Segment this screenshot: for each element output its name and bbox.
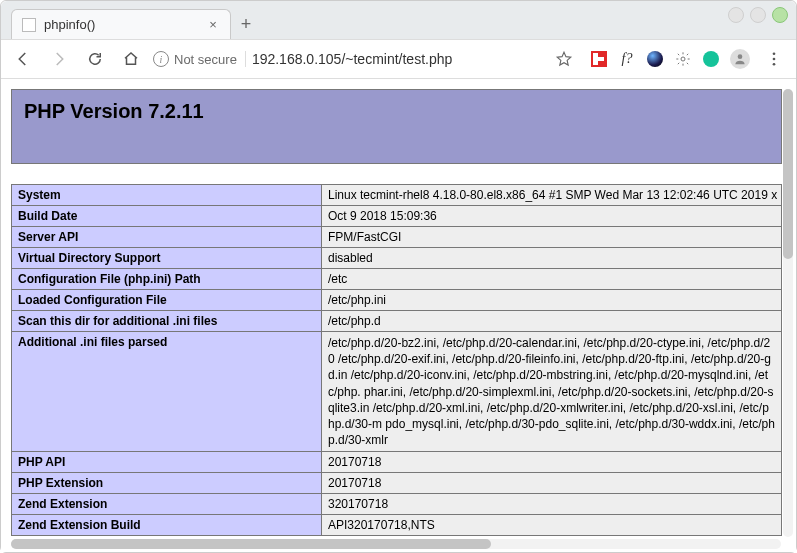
tab-strip: phpinfo() × + bbox=[1, 1, 796, 39]
url-text: 192.168.0.105/~tecmint/test.php bbox=[252, 51, 544, 67]
table-row: SystemLinux tecmint-rhel8 4.18.0-80.el8.… bbox=[12, 185, 782, 206]
table-row: Loaded Configuration File/etc/php.ini bbox=[12, 290, 782, 311]
star-icon bbox=[555, 50, 573, 68]
window-maximize-button[interactable] bbox=[750, 7, 766, 23]
phpinfo-value: /etc/php.d bbox=[322, 311, 782, 332]
favicon bbox=[22, 18, 36, 32]
phpinfo-value: /etc/php.d/20-bz2.ini, /etc/php.d/20-cal… bbox=[322, 332, 782, 452]
table-row: Additional .ini files parsed/etc/php.d/2… bbox=[12, 332, 782, 452]
phpinfo-value: /etc bbox=[322, 269, 782, 290]
flipboard-extension-icon[interactable] bbox=[590, 50, 608, 68]
info-icon: i bbox=[153, 51, 169, 67]
horizontal-scrollbar[interactable] bbox=[11, 539, 781, 549]
phpinfo-value: FPM/FastCGI bbox=[322, 227, 782, 248]
tab-title: phpinfo() bbox=[44, 17, 198, 32]
bookmark-button[interactable] bbox=[550, 45, 578, 73]
phpinfo-value: 20170718 bbox=[322, 452, 782, 473]
vertical-scroll-thumb[interactable] bbox=[783, 89, 793, 259]
not-secure-label: Not secure bbox=[174, 52, 237, 67]
user-icon bbox=[733, 52, 747, 66]
phpinfo-key: PHP Extension bbox=[12, 473, 322, 494]
arrow-left-icon bbox=[14, 50, 32, 68]
security-indicator[interactable]: i Not secure bbox=[153, 51, 246, 67]
close-tab-icon[interactable]: × bbox=[206, 18, 220, 32]
svg-point-1 bbox=[738, 54, 743, 59]
extensions-area: f? bbox=[586, 45, 788, 73]
arrow-right-icon bbox=[50, 50, 68, 68]
phpinfo-key: Zend Extension Build bbox=[12, 515, 322, 536]
php-version-title: PHP Version 7.2.11 bbox=[24, 100, 204, 123]
phpinfo-value: Oct 9 2018 15:09:36 bbox=[322, 206, 782, 227]
forward-button bbox=[45, 45, 73, 73]
window-close-button[interactable] bbox=[772, 7, 788, 23]
phpinfo-key: Configuration File (php.ini) Path bbox=[12, 269, 322, 290]
reload-icon bbox=[86, 50, 104, 68]
phpinfo-key: Virtual Directory Support bbox=[12, 248, 322, 269]
phpinfo-key: System bbox=[12, 185, 322, 206]
page-viewport: PHP Version 7.2.11 SystemLinux tecmint-r… bbox=[1, 79, 796, 552]
table-row: Scan this dir for additional .ini files/… bbox=[12, 311, 782, 332]
php-version-banner: PHP Version 7.2.11 bbox=[11, 89, 782, 164]
kebab-menu-icon bbox=[765, 50, 783, 68]
back-button[interactable] bbox=[9, 45, 37, 73]
window-controls bbox=[728, 7, 788, 23]
gear-icon bbox=[675, 51, 691, 67]
vertical-scrollbar[interactable] bbox=[783, 89, 793, 537]
phpinfo-value: disabled bbox=[322, 248, 782, 269]
extension-gear-icon[interactable] bbox=[674, 50, 692, 68]
browser-window: phpinfo() × + i Not secure 192.168.0.1 bbox=[0, 0, 797, 553]
table-row: Configuration File (php.ini) Path/etc bbox=[12, 269, 782, 290]
phpinfo-value: 20170718 bbox=[322, 473, 782, 494]
profile-button[interactable] bbox=[730, 49, 750, 69]
new-tab-button[interactable]: + bbox=[231, 9, 261, 39]
extension-f-icon[interactable]: f? bbox=[618, 50, 636, 68]
table-row: Zend Extension BuildAPI320170718,NTS bbox=[12, 515, 782, 536]
page-content: PHP Version 7.2.11 SystemLinux tecmint-r… bbox=[11, 89, 782, 538]
svg-point-0 bbox=[681, 57, 685, 61]
svg-point-3 bbox=[773, 58, 776, 61]
toolbar: i Not secure 192.168.0.105/~tecmint/test… bbox=[1, 39, 796, 79]
table-row: Server APIFPM/FastCGI bbox=[12, 227, 782, 248]
phpinfo-key: Loaded Configuration File bbox=[12, 290, 322, 311]
menu-button[interactable] bbox=[760, 45, 788, 73]
table-row: PHP API20170718 bbox=[12, 452, 782, 473]
phpinfo-key: Server API bbox=[12, 227, 322, 248]
home-icon bbox=[122, 50, 140, 68]
extension-orb-icon[interactable] bbox=[646, 50, 664, 68]
phpinfo-key: PHP API bbox=[12, 452, 322, 473]
window-minimize-button[interactable] bbox=[728, 7, 744, 23]
table-row: Build DateOct 9 2018 15:09:36 bbox=[12, 206, 782, 227]
phpinfo-value: API320170718,NTS bbox=[322, 515, 782, 536]
tab-phpinfo[interactable]: phpinfo() × bbox=[11, 9, 231, 39]
phpinfo-key: Build Date bbox=[12, 206, 322, 227]
phpinfo-value: /etc/php.ini bbox=[322, 290, 782, 311]
home-button[interactable] bbox=[117, 45, 145, 73]
table-row: Zend Extension320170718 bbox=[12, 494, 782, 515]
phpinfo-value: Linux tecmint-rhel8 4.18.0-80.el8.x86_64… bbox=[322, 185, 782, 206]
svg-point-2 bbox=[773, 52, 776, 55]
phpinfo-key: Scan this dir for additional .ini files bbox=[12, 311, 322, 332]
phpinfo-key: Zend Extension bbox=[12, 494, 322, 515]
table-row: PHP Extension20170718 bbox=[12, 473, 782, 494]
phpinfo-value: 320170718 bbox=[322, 494, 782, 515]
grammarly-extension-icon[interactable] bbox=[702, 50, 720, 68]
phpinfo-key: Additional .ini files parsed bbox=[12, 332, 322, 452]
address-bar[interactable]: i Not secure 192.168.0.105/~tecmint/test… bbox=[153, 45, 578, 73]
reload-button[interactable] bbox=[81, 45, 109, 73]
horizontal-scroll-thumb[interactable] bbox=[11, 539, 491, 549]
table-row: Virtual Directory Supportdisabled bbox=[12, 248, 782, 269]
svg-point-4 bbox=[773, 63, 776, 66]
phpinfo-table: SystemLinux tecmint-rhel8 4.18.0-80.el8.… bbox=[11, 184, 782, 536]
